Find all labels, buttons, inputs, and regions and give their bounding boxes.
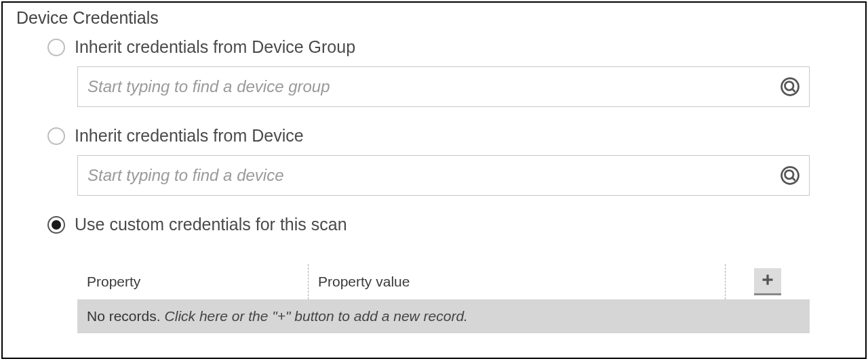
svg-line-2 [793,89,795,92]
plus-icon [761,273,774,289]
option-inherit-device-label: Inherit credentials from Device [75,126,304,146]
no-records-hint: Click here or the "+" button to add a ne… [165,308,468,324]
svg-line-5 [793,178,795,181]
no-records-row[interactable]: No records. Click here or the "+" button… [77,299,810,333]
radio-inherit-group[interactable] [47,39,65,56]
radio-custom-credentials[interactable] [47,216,65,234]
radio-inherit-device[interactable] [47,127,65,145]
option-inherit-group-label: Inherit credentials from Device Group [75,37,355,57]
svg-point-1 [785,82,794,91]
no-records-prefix: No records. [87,308,161,324]
credentials-table: Property Property value No records. Clic… [77,264,810,333]
svg-point-4 [785,171,794,179]
device-group-search-wrap [77,66,810,107]
device-search-input[interactable] [77,155,810,196]
column-header-property: Property [77,274,308,290]
add-record-button[interactable] [754,268,781,295]
device-search-wrap [77,155,810,196]
search-icon[interactable] [780,77,800,97]
table-header: Property Property value [77,264,810,299]
option-custom-credentials-label: Use custom credentials for this scan [75,215,347,234]
device-credentials-panel: Device Credentials Inherit credentials f… [1,1,867,359]
option-inherit-device[interactable]: Inherit credentials from Device [47,126,850,146]
column-header-property-value: Property value [309,274,725,290]
option-custom-credentials[interactable]: Use custom credentials for this scan [47,215,850,234]
section-title: Device Credentials [16,8,850,28]
svg-rect-7 [763,278,773,280]
option-inherit-group[interactable]: Inherit credentials from Device Group [47,37,850,57]
device-group-search-input[interactable] [77,66,810,107]
column-add [726,268,810,295]
search-icon[interactable] [780,165,800,186]
